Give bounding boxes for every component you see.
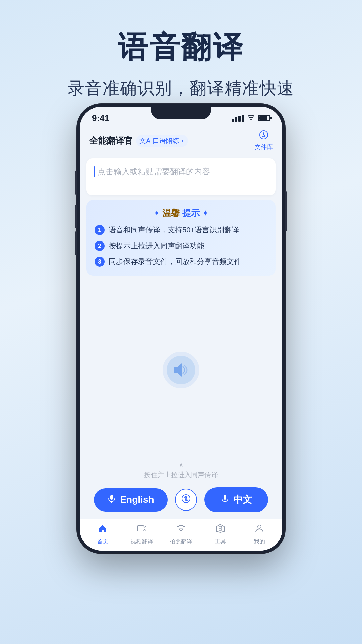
text-cursor: [94, 166, 95, 177]
file-library-button[interactable]: 文件库: [255, 130, 273, 151]
svg-rect-1: [110, 495, 113, 500]
svg-rect-11: [219, 526, 222, 528]
tips-num-1: 1: [95, 225, 105, 235]
phone-shell: 9:41: [77, 104, 285, 553]
phone-notch: [151, 107, 211, 119]
app-header: 全能翻译官 文A 口语陪练 › 文件库: [80, 127, 282, 156]
camera-icon: [176, 523, 186, 536]
tips-item-3: 3 同步保存录音文件，回放和分享音频文件: [95, 256, 267, 267]
english-button-label: English: [120, 494, 154, 505]
svg-rect-8: [137, 526, 144, 531]
star-left-icon: ✦: [154, 209, 160, 218]
svg-point-3: [182, 495, 190, 503]
pull-arrow-icon: ∧: [80, 461, 282, 469]
battery-icon: [258, 115, 270, 121]
tips-text-2: 按提示上拉进入同声翻译功能: [109, 240, 204, 251]
phone-screen: 9:41: [80, 107, 282, 551]
status-icons: [232, 114, 270, 122]
file-library-label: 文件库: [255, 143, 273, 151]
tab-photo-label: 拍照翻译: [170, 538, 192, 545]
wifi-icon: [247, 114, 255, 122]
language-buttons: English: [80, 482, 282, 519]
text-input-area[interactable]: 点击输入或粘贴需要翻译的内容: [86, 158, 276, 195]
tips-text-3: 同步保存录音文件，回放和分享音频文件: [109, 256, 241, 267]
tab-home[interactable]: 首页: [89, 523, 116, 545]
tips-title: ✦ 温馨提示 ✦: [95, 207, 267, 219]
file-library-icon: [259, 130, 268, 142]
speaker-icon: [163, 352, 199, 388]
svg-rect-6: [224, 495, 226, 500]
profile-icon: [254, 523, 264, 536]
tips-hint-text: 提示: [182, 207, 200, 219]
tab-video[interactable]: 视频翻译: [128, 523, 155, 545]
tab-photo[interactable]: 拍照翻译: [168, 523, 194, 545]
home-icon: [98, 523, 108, 536]
signal-icon: [232, 115, 244, 122]
mic-icon-english: [107, 494, 116, 505]
tips-num-2: 2: [95, 241, 105, 251]
translate-badge-icon: 文A: [139, 136, 150, 145]
tab-video-label: 视频翻译: [130, 538, 153, 545]
tab-profile[interactable]: 我的: [246, 523, 273, 545]
tips-num-3: 3: [95, 257, 105, 267]
svg-marker-10: [216, 524, 224, 532]
chinese-button-label: 中文: [233, 493, 252, 506]
translate-badge-text: 口语陪练: [153, 136, 179, 145]
svg-rect-12: [219, 529, 222, 530]
hero-title: 语音翻译: [0, 27, 362, 68]
swap-language-button[interactable]: [175, 489, 197, 511]
tips-text-1: 语音和同声传译，支持50+语言识别翻译: [109, 224, 239, 235]
svg-point-13: [258, 525, 261, 528]
tab-bar: 首页 视频翻译: [80, 519, 282, 551]
hero-subtitle: 录音准确识别，翻译精准快速: [0, 77, 362, 100]
video-icon: [137, 523, 147, 536]
svg-point-9: [180, 528, 182, 531]
mic-icon-chinese: [221, 494, 229, 505]
pull-hint-text: 按住并上拉进入同声传译: [80, 470, 282, 479]
status-time: 9:41: [92, 113, 109, 123]
tips-item-1: 1 语音和同声传译，支持50+语言识别翻译: [95, 224, 267, 235]
tips-warm-text: 温馨: [162, 207, 180, 219]
app-title-area: 全能翻译官 文A 口语陪练 ›: [89, 135, 188, 147]
pull-up-hint: ∧ 按住并上拉进入同声传译: [80, 458, 282, 482]
tips-item-2: 2 按提示上拉进入同声翻译功能: [95, 240, 267, 251]
tools-icon: [215, 523, 225, 536]
english-button[interactable]: English: [94, 488, 167, 512]
swap-icon: [181, 494, 191, 506]
tab-profile-label: 我的: [254, 538, 265, 545]
tab-tools-label: 工具: [215, 538, 226, 545]
tab-tools[interactable]: 工具: [207, 523, 234, 545]
speaker-area: [80, 282, 282, 458]
tips-card: ✦ 温馨提示 ✦ 1 语音和同声传译，支持50+语言识别翻译 2 按提示上拉进入…: [86, 200, 276, 276]
app-title: 全能翻译官: [89, 135, 133, 147]
tab-home-label: 首页: [97, 538, 108, 545]
star-right-icon: ✦: [202, 209, 208, 218]
phone-mockup: 9:41: [77, 104, 285, 553]
input-placeholder: 点击输入或粘贴需要翻译的内容: [98, 166, 210, 178]
oral-practice-badge[interactable]: 文A 口语陪练 ›: [136, 135, 188, 147]
chevron-right-icon: ›: [181, 137, 183, 144]
chinese-button[interactable]: 中文: [204, 487, 268, 512]
